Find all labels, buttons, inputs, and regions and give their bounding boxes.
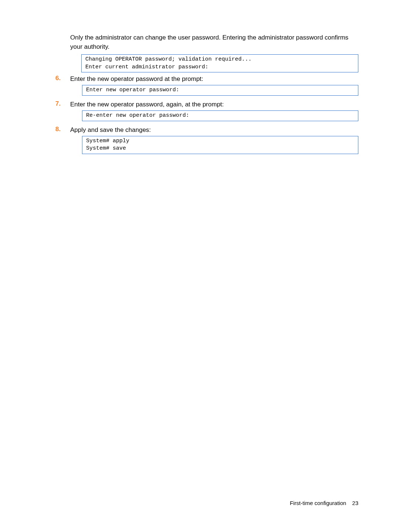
step-text: Apply and save the changes: bbox=[70, 126, 358, 135]
step-content: Enter the new operator password, again, … bbox=[70, 100, 358, 123]
footer-page-number: 23 bbox=[352, 500, 358, 506]
page-container: Only the administrator can change the us… bbox=[0, 0, 399, 156]
step-8: 8. Apply and save the changes: System# a… bbox=[41, 126, 358, 156]
page-footer: First-time configuration 23 bbox=[290, 500, 358, 506]
step-content: Apply and save the changes: System# appl… bbox=[70, 126, 358, 156]
step-number: 8. bbox=[41, 126, 70, 133]
code-block-intro: Changing OPERATOR password; validation r… bbox=[81, 54, 358, 72]
step-text: Enter the new operator password, again, … bbox=[70, 100, 358, 109]
intro-block: Only the administrator can change the us… bbox=[70, 33, 358, 72]
code-block-step-7: Re-enter new operator password: bbox=[82, 110, 358, 121]
step-number: 7. bbox=[41, 100, 70, 108]
footer-label: First-time configuration bbox=[290, 500, 347, 506]
code-block-step-8: System# apply System# save bbox=[82, 136, 358, 154]
step-6: 6. Enter the new operator password at th… bbox=[41, 75, 358, 98]
step-number: 6. bbox=[41, 75, 70, 82]
code-block-step-6: Enter new operator password: bbox=[82, 85, 358, 95]
step-text: Enter the new operator password at the p… bbox=[70, 75, 358, 84]
step-content: Enter the new operator password at the p… bbox=[70, 75, 358, 98]
intro-text: Only the administrator can change the us… bbox=[70, 33, 358, 51]
step-7: 7. Enter the new operator password, agai… bbox=[41, 100, 358, 123]
